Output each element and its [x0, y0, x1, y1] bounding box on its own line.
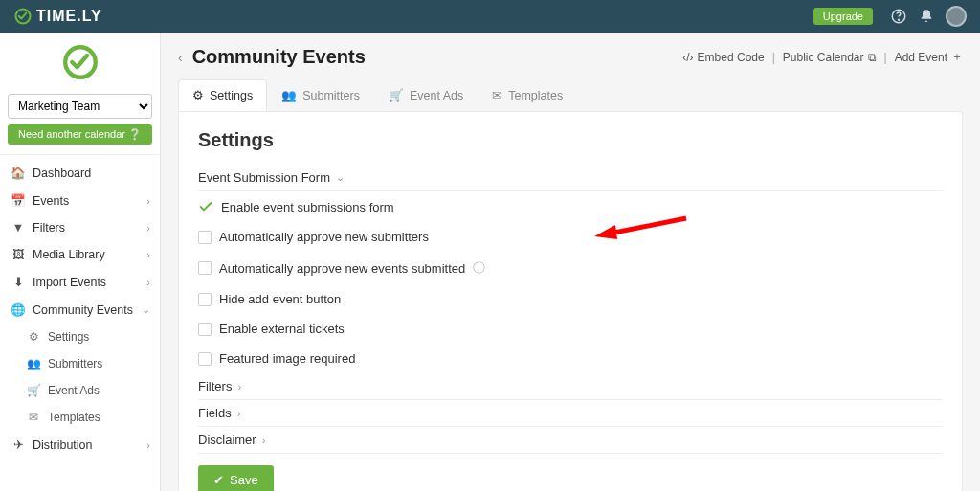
chevron-right-icon: › [146, 195, 150, 207]
sidebar-sub-settings[interactable]: ⚙Settings [0, 324, 160, 350]
section-filters[interactable]: Filters › [198, 373, 943, 400]
home-icon: 🏠 [10, 166, 27, 180]
embed-code-link[interactable]: ‹/›Embed Code [682, 51, 764, 64]
check-auto-approve-submitters[interactable]: Automatically approve new submitters [198, 222, 943, 252]
svg-point-2 [899, 19, 900, 20]
chevron-right-icon: › [237, 381, 241, 392]
image-icon: 🖼 [10, 248, 27, 261]
check-icon [198, 199, 213, 214]
checkbox-icon [198, 293, 212, 306]
help-circle-icon: ❔ [128, 128, 142, 140]
panel-title: Settings [198, 129, 943, 151]
mail-icon: ✉ [492, 88, 502, 102]
topbar: TIME.LY Upgrade [0, 0, 980, 33]
check-featured-required[interactable]: Featured image required [198, 344, 943, 373]
bell-icon[interactable] [919, 9, 934, 24]
users-icon: 👥 [281, 88, 297, 102]
external-link-icon: ⧉ [868, 51, 877, 64]
info-icon[interactable]: ⓘ [473, 259, 485, 277]
chevron-right-icon: › [146, 249, 150, 260]
sidebar-item-community[interactable]: 🌐Community Events⌄ [0, 296, 160, 324]
checkbox-icon [198, 261, 212, 275]
code-icon: ‹/› [682, 51, 693, 64]
globe-icon: 🌐 [10, 302, 27, 317]
chevron-down-icon: ⌄ [336, 171, 345, 184]
main-content: ‹ Community Events ‹/›Embed Code | Publi… [161, 33, 980, 491]
checkbox-icon [198, 323, 212, 336]
plus-icon: ＋ [951, 49, 963, 65]
tab-submitters[interactable]: 👥Submitters [267, 79, 374, 111]
filter-icon: ▼ [10, 221, 27, 234]
check-icon: ✔ [213, 473, 224, 487]
cart-icon: 🛒 [389, 88, 404, 102]
check-hide-add-event[interactable]: Hide add event button [198, 284, 943, 314]
cart-icon: 🛒 [25, 384, 42, 397]
section-fields[interactable]: Fields › [198, 400, 943, 427]
chevron-right-icon: › [237, 408, 241, 419]
checkbox-icon [198, 231, 212, 244]
header-actions: ‹/›Embed Code | Public Calendar ⧉ | Add … [682, 49, 963, 65]
calendar-icon: 📅 [10, 193, 27, 208]
tabs: ⚙Settings 👥Submitters 🛒Event Ads ✉Templa… [161, 74, 980, 111]
tab-event-ads[interactable]: 🛒Event Ads [374, 79, 478, 111]
tab-templates[interactable]: ✉Templates [478, 79, 577, 111]
back-chevron-icon[interactable]: ‹ [178, 50, 183, 65]
checkbox-icon [198, 352, 212, 366]
sidebar-item-dashboard[interactable]: 🏠Dashboard [0, 159, 160, 187]
download-icon: ⬇ [10, 275, 27, 289]
sliders-icon: ⚙ [25, 330, 42, 344]
page-title: Community Events [192, 46, 366, 68]
section-event-submission-form[interactable]: Event Submission Form ⌄ [198, 165, 943, 191]
sidebar-item-import[interactable]: ⬇Import Events› [0, 268, 160, 296]
chevron-right-icon: › [146, 277, 150, 288]
tab-settings[interactable]: ⚙Settings [178, 79, 267, 111]
check-enable-submissions[interactable]: Enable event submissions form [198, 191, 943, 222]
brand-name: TIME.LY [36, 8, 102, 25]
save-button[interactable]: ✔ Save [198, 465, 274, 491]
public-calendar-link[interactable]: Public Calendar ⧉ [783, 51, 877, 64]
mail-icon: ✉ [25, 411, 42, 424]
sidebar-item-events[interactable]: 📅Events› [0, 187, 160, 214]
users-icon: 👥 [25, 357, 42, 370]
chevron-right-icon: › [146, 439, 150, 451]
chevron-right-icon: › [146, 222, 150, 234]
chevron-right-icon: › [262, 435, 266, 446]
sidebar-logo [0, 33, 160, 88]
check-auto-approve-events[interactable]: Automatically approve new events submitt… [198, 252, 943, 284]
sidebar-sub-templates[interactable]: ✉Templates [0, 404, 160, 431]
page-header: ‹ Community Events ‹/›Embed Code | Publi… [161, 33, 980, 74]
upgrade-button[interactable]: Upgrade [813, 8, 873, 25]
sidebar-item-distribution[interactable]: ✈Distribution› [0, 431, 160, 458]
settings-panel: Settings Event Submission Form ⌄ Enable … [178, 111, 963, 491]
brand-check-icon [13, 7, 33, 26]
send-icon: ✈ [10, 437, 27, 452]
sidebar: Marketing Team Need another calendar ❔ 🏠… [0, 33, 161, 491]
chevron-down-icon: ⌄ [142, 303, 150, 316]
sidebar-sub-submitters[interactable]: 👥Submitters [0, 350, 160, 377]
section-disclaimer[interactable]: Disclaimer › [198, 427, 943, 454]
brand-logo[interactable]: TIME.LY [13, 7, 102, 26]
user-avatar[interactable] [946, 6, 967, 27]
help-icon[interactable] [890, 8, 907, 25]
check-external-tickets[interactable]: Enable external tickets [198, 314, 943, 344]
sidebar-item-media[interactable]: 🖼Media Library› [0, 241, 160, 268]
team-select[interactable]: Marketing Team [8, 94, 152, 119]
team-dropdown[interactable]: Marketing Team [8, 94, 152, 119]
add-event-link[interactable]: Add Event ＋ [895, 49, 963, 65]
sidebar-sub-event-ads[interactable]: 🛒Event Ads [0, 377, 160, 404]
gear-icon: ⚙ [192, 88, 204, 102]
need-calendar-button[interactable]: Need another calendar ❔ [8, 124, 152, 145]
sidebar-item-filters[interactable]: ▼Filters› [0, 214, 160, 241]
